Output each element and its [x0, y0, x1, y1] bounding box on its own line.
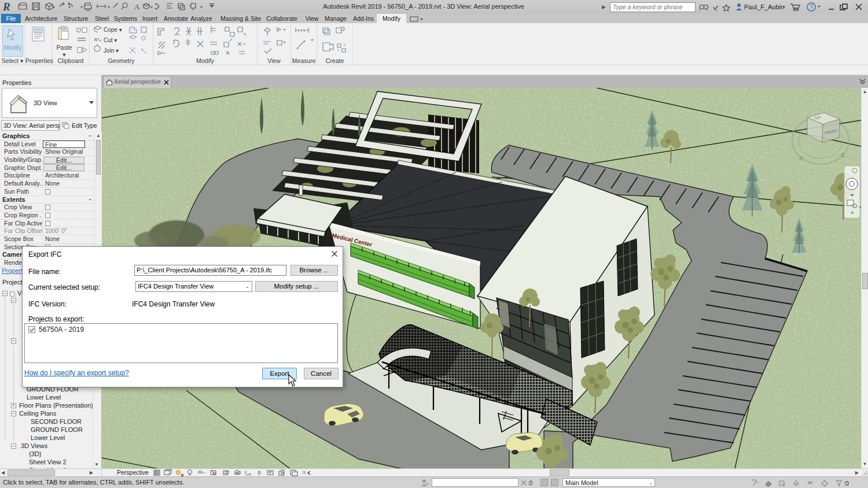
svg-text::0: :0: [844, 480, 849, 487]
svg-text:Cope ▾: Cope ▾: [104, 27, 122, 33]
svg-text:Join ▾: Join ▾: [104, 47, 119, 54]
svg-text:Cut ▾: Cut ▾: [104, 37, 117, 43]
svg-text:Paul_F_Aubin: Paul_F_Aubin: [744, 3, 784, 10]
svg-text::0: :0: [528, 480, 533, 486]
svg-text:?: ?: [810, 4, 814, 10]
